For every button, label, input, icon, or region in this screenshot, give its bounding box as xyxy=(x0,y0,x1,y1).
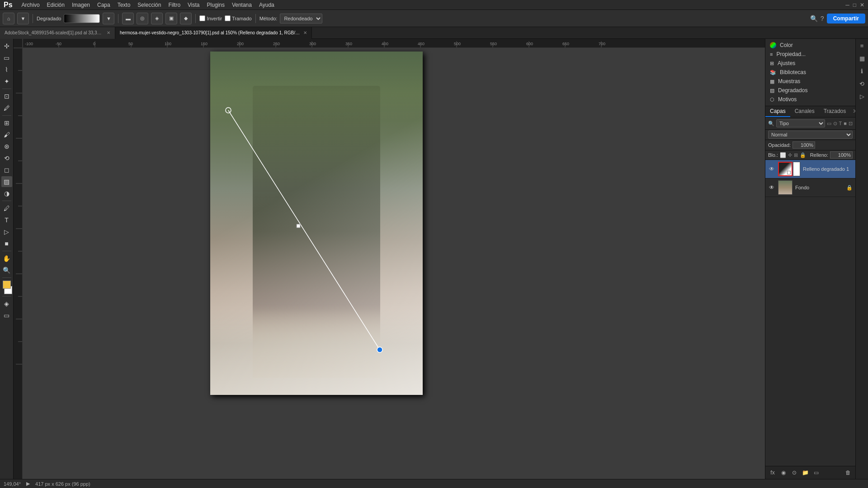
tab-capas[interactable]: Capas xyxy=(765,106,790,117)
ajustes-icon: ⊞ xyxy=(770,61,774,66)
prop-muestras-label: Muestras xyxy=(778,78,800,84)
gradient-angular[interactable]: ◈ xyxy=(151,13,163,24)
prop-color[interactable]: Color xyxy=(765,41,855,50)
tool-gradient[interactable]: ▨ xyxy=(1,176,12,187)
tab-1-close[interactable]: ✕ xyxy=(303,30,307,35)
prop-ajustes[interactable]: ⊞ Ajustes xyxy=(765,59,855,68)
tracing-checkbox[interactable] xyxy=(225,15,231,21)
lock-pixel-icon[interactable]: ⬜ xyxy=(780,152,786,158)
menu-vista[interactable]: Vista xyxy=(188,2,199,8)
layer-group-btn[interactable]: 📁 xyxy=(801,468,810,477)
opacity-input[interactable] xyxy=(793,141,815,149)
tab-0[interactable]: AdobeStock_408991546-scaled[1].psd al 33… xyxy=(0,27,115,39)
menu-plugins[interactable]: Plugins xyxy=(207,2,225,8)
tool-text[interactable]: T xyxy=(1,215,12,225)
menu-ventana[interactable]: Ventana xyxy=(232,2,252,8)
gradient-label: Degradado xyxy=(37,16,61,21)
layers-panel: Capas Canales Trazados >> 🔍 Tipo ▭ ⊙ T ■… xyxy=(765,106,855,479)
lock-artboard-icon[interactable]: ⊞ xyxy=(794,152,798,158)
tool-patch[interactable]: ⊞ xyxy=(1,117,12,128)
ruler-vertical xyxy=(14,48,23,479)
help-icon[interactable]: ? xyxy=(821,15,824,22)
prop-bibliotecas[interactable]: 📚 Bibliotecas xyxy=(765,68,855,77)
invert-checkbox[interactable] xyxy=(199,15,205,21)
blending-mode-select[interactable]: Normal xyxy=(768,131,853,139)
tool-clone[interactable]: ⊛ xyxy=(1,141,12,152)
svg-text:200: 200 xyxy=(237,42,244,46)
tool-screen-mode[interactable]: ▭ xyxy=(1,310,12,321)
layer-new-btn[interactable]: ▭ xyxy=(811,468,821,477)
home-btn[interactable]: ⌂ xyxy=(3,13,14,24)
tool-move[interactable]: ✢ xyxy=(1,41,12,52)
sep4 xyxy=(2,251,11,251)
tool-eyedropper[interactable]: 🖉 xyxy=(1,103,12,113)
menu-imagen[interactable]: Imagen xyxy=(72,2,90,8)
menu-texto[interactable]: Texto xyxy=(118,2,131,8)
prop-muestras[interactable]: ▦ Muestras xyxy=(765,77,855,86)
tab-trazados[interactable]: Trazados xyxy=(819,106,851,117)
tool-hand[interactable]: ✋ xyxy=(1,253,12,264)
gradient-diamond[interactable]: ◆ xyxy=(180,13,192,24)
tool-shape[interactable]: ■ xyxy=(1,238,12,249)
tool-magic-wand[interactable]: ✦ xyxy=(1,76,12,87)
tool-zoom[interactable]: 🔍 xyxy=(1,265,12,276)
tool-options-btn[interactable]: ▼ xyxy=(17,13,29,24)
tool-lasso[interactable]: ⌇ xyxy=(1,64,12,75)
menu-filtro[interactable]: Filtro xyxy=(168,2,180,8)
layer-1-visibility[interactable]: 👁 xyxy=(768,184,775,191)
panel-icon-info[interactable]: ℹ xyxy=(857,66,867,76)
fill-label: Relleno: xyxy=(810,152,828,158)
panel-icon-history[interactable]: ⟲ xyxy=(857,79,867,89)
gradient-linear[interactable]: ▬ xyxy=(122,13,134,24)
window-maximize[interactable]: □ xyxy=(853,2,856,8)
foreground-color[interactable] xyxy=(3,281,11,289)
tool-brush[interactable]: 🖌 xyxy=(1,129,12,140)
layer-0-visibility[interactable]: 👁 xyxy=(768,165,775,173)
layer-delete-btn[interactable]: 🗑 xyxy=(844,468,853,477)
tool-selection[interactable]: ▭ xyxy=(1,52,12,63)
menu-ayuda[interactable]: Ayuda xyxy=(259,2,274,8)
layer-mask-btn[interactable]: ◉ xyxy=(779,468,788,477)
canvas-scroll[interactable] xyxy=(23,48,765,479)
window-minimize[interactable]: ─ xyxy=(845,2,849,8)
share-button[interactable]: Compartir xyxy=(827,14,865,23)
tool-path-select[interactable]: ▷ xyxy=(1,226,12,237)
lock-position-icon[interactable]: ✢ xyxy=(788,152,792,158)
fill-input[interactable] xyxy=(830,151,853,159)
layers-type-select[interactable]: Tipo xyxy=(776,119,825,127)
tool-eraser[interactable]: ◻ xyxy=(1,164,12,175)
panel-icon-actions[interactable]: ▷ xyxy=(857,91,867,101)
gradient-reflected[interactable]: ▣ xyxy=(165,13,177,24)
method-select[interactable]: Redondeado xyxy=(280,14,322,23)
tool-history[interactable]: ⟲ xyxy=(1,153,12,164)
window-close[interactable]: ✕ xyxy=(860,2,864,8)
prop-propiedad[interactable]: ≡ Propiedad... xyxy=(765,50,855,59)
menu-edicion[interactable]: Edición xyxy=(47,2,65,8)
gradient-radial[interactable]: ◎ xyxy=(137,13,148,24)
search-icon[interactable]: 🔍 xyxy=(810,15,818,22)
panel-icon-layers[interactable]: ≡ xyxy=(857,41,867,51)
lock-all-icon[interactable]: 🔒 xyxy=(800,152,806,158)
tool-dodge[interactable]: ◑ xyxy=(1,188,12,199)
blending-row: Normal xyxy=(765,130,855,140)
layer-item-1[interactable]: 👁 Fondo 🔒 xyxy=(765,178,855,197)
tool-crop[interactable]: ⊡ xyxy=(1,91,12,102)
layer-item-0[interactable]: 👁 Relleno degradado 1 xyxy=(765,160,855,178)
layer-adjustment-btn[interactable]: ⊙ xyxy=(790,468,799,477)
prop-motivos[interactable]: ⬡ Motivos xyxy=(765,95,855,104)
method-label: Método: xyxy=(259,16,278,21)
prop-degradados[interactable]: ▨ Degradados xyxy=(765,86,855,95)
menu-seleccion[interactable]: Selección xyxy=(137,2,161,8)
tab-canales[interactable]: Canales xyxy=(790,106,819,117)
gradient-dropdown[interactable]: ▼ xyxy=(103,13,114,24)
menu-archivo[interactable]: Archivo xyxy=(22,2,40,8)
tab-0-close[interactable]: ✕ xyxy=(107,30,110,35)
layer-fx-btn[interactable]: fx xyxy=(768,468,777,477)
menu-capa[interactable]: Capa xyxy=(97,2,110,8)
gradient-preview[interactable] xyxy=(64,14,100,23)
panel-icon-channels[interactable]: ▦ xyxy=(857,53,867,63)
tool-quick-mask[interactable]: ◈ xyxy=(1,298,12,309)
tab-1[interactable]: hermosa-mujer-vestido-negro_1303-10790[1… xyxy=(115,27,312,39)
svg-text:300: 300 xyxy=(309,42,316,46)
tool-pen[interactable]: 🖊 xyxy=(1,203,12,214)
